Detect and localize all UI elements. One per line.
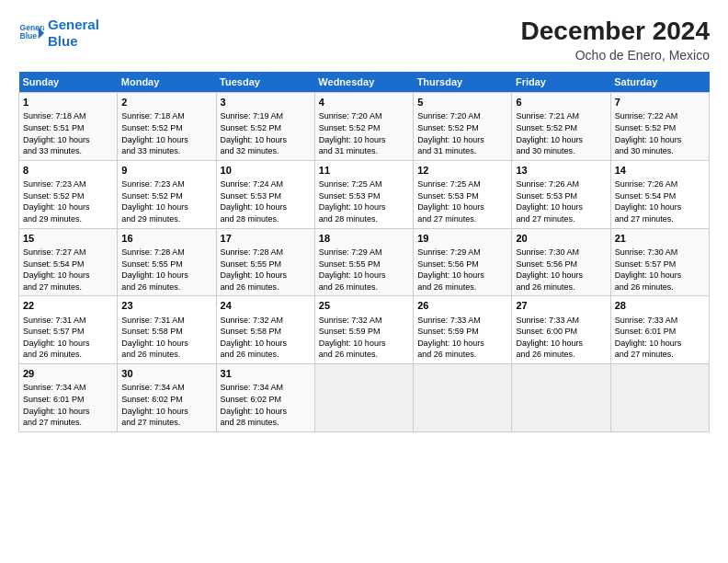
cell-line: Sunrise: 7:20 AM — [319, 110, 409, 122]
cell-line: Sunrise: 7:32 AM — [221, 315, 311, 327]
cell-line: Sunrise: 7:20 AM — [417, 110, 507, 122]
day-number: 7 — [615, 96, 705, 109]
cell-line: Sunrise: 7:26 AM — [516, 178, 606, 190]
col-header-monday: Monday — [118, 72, 216, 93]
cell-line: Daylight: 10 hours — [516, 134, 606, 146]
cell-line: Daylight: 10 hours — [221, 201, 311, 213]
day-number: 24 — [221, 299, 311, 313]
calendar-cell — [314, 364, 413, 432]
cell-line: Sunset: 6:02 PM — [221, 394, 311, 406]
day-number: 8 — [23, 164, 113, 178]
cell-line: and 27 minutes. — [417, 213, 507, 225]
day-number: 20 — [516, 232, 606, 246]
cell-line: and 30 minutes. — [615, 145, 705, 157]
cell-line: Sunrise: 7:29 AM — [319, 247, 409, 259]
cell-line: Sunset: 6:01 PM — [615, 326, 705, 338]
day-number: 2 — [121, 96, 211, 109]
day-number: 13 — [516, 164, 606, 178]
col-header-tuesday: Tuesday — [216, 72, 314, 93]
cell-line: Sunrise: 7:30 AM — [615, 247, 705, 259]
day-number: 21 — [615, 232, 705, 246]
cell-line: Daylight: 10 hours — [615, 270, 705, 282]
week-row-4: 22Sunrise: 7:31 AMSunset: 5:57 PMDayligh… — [19, 296, 710, 364]
cell-line: Daylight: 10 hours — [615, 338, 705, 350]
cell-line: and 27 minutes. — [121, 417, 211, 429]
cell-line: and 26 minutes. — [516, 282, 606, 293]
cell-line: and 26 minutes. — [319, 282, 409, 293]
cell-line: Daylight: 10 hours — [615, 134, 705, 146]
calendar-cell: 27Sunrise: 7:33 AMSunset: 6:00 PMDayligh… — [512, 296, 610, 364]
cell-line: Sunrise: 7:23 AM — [121, 178, 211, 190]
day-number: 29 — [23, 367, 113, 381]
day-number: 15 — [23, 232, 113, 246]
day-number: 5 — [417, 96, 507, 109]
day-number: 28 — [615, 299, 705, 313]
cell-line: Daylight: 10 hours — [121, 406, 211, 418]
cell-line: Daylight: 10 hours — [121, 134, 211, 146]
cell-line: and 26 minutes. — [121, 349, 211, 361]
cell-line: Sunset: 5:55 PM — [221, 259, 311, 270]
cell-line: Daylight: 10 hours — [417, 201, 507, 213]
cell-line: and 26 minutes. — [319, 349, 409, 361]
day-number: 12 — [417, 164, 507, 178]
calendar-cell: 11Sunrise: 7:25 AMSunset: 5:53 PMDayligh… — [314, 160, 413, 228]
cell-line: Sunset: 6:01 PM — [23, 394, 113, 406]
cell-line: and 26 minutes. — [23, 349, 113, 361]
logo-text: General Blue — [48, 17, 99, 50]
calendar-cell: 22Sunrise: 7:31 AMSunset: 5:57 PMDayligh… — [19, 296, 118, 364]
cell-line: Sunrise: 7:28 AM — [221, 247, 311, 259]
calendar-cell: 13Sunrise: 7:26 AMSunset: 5:53 PMDayligh… — [512, 160, 610, 228]
cell-line: and 31 minutes. — [319, 145, 409, 157]
calendar-cell: 8Sunrise: 7:23 AMSunset: 5:52 PMDaylight… — [19, 160, 118, 228]
calendar-cell: 10Sunrise: 7:24 AMSunset: 5:53 PMDayligh… — [216, 160, 314, 228]
day-number: 26 — [417, 299, 507, 313]
cell-line: Daylight: 10 hours — [417, 134, 507, 146]
calendar-cell: 19Sunrise: 7:29 AMSunset: 5:56 PMDayligh… — [414, 228, 512, 296]
day-number: 19 — [417, 232, 507, 246]
cell-line: Daylight: 10 hours — [516, 201, 606, 213]
calendar-cell: 16Sunrise: 7:28 AMSunset: 5:55 PMDayligh… — [118, 228, 216, 296]
cell-line: Daylight: 10 hours — [23, 201, 113, 213]
cell-line: and 26 minutes. — [516, 349, 606, 361]
cell-line: Sunrise: 7:22 AM — [615, 110, 705, 122]
cell-line: Daylight: 10 hours — [221, 406, 311, 418]
day-number: 3 — [221, 96, 311, 109]
calendar-cell: 17Sunrise: 7:28 AMSunset: 5:55 PMDayligh… — [216, 228, 314, 296]
cell-line: Daylight: 10 hours — [221, 338, 311, 350]
cell-line: Sunset: 6:00 PM — [516, 326, 606, 338]
cell-line: Sunrise: 7:29 AM — [417, 247, 507, 259]
cell-line: Sunrise: 7:33 AM — [615, 315, 705, 327]
cell-line: Daylight: 10 hours — [121, 270, 211, 282]
day-number: 23 — [121, 299, 211, 313]
cell-line: and 28 minutes. — [319, 213, 409, 225]
col-header-saturday: Saturday — [610, 72, 709, 93]
cell-line: and 26 minutes. — [221, 349, 311, 361]
cell-line: Sunset: 5:57 PM — [615, 259, 705, 270]
cell-line: Daylight: 10 hours — [319, 270, 409, 282]
page: General Blue General Blue December 2024 … — [0, 0, 728, 563]
cell-line: Daylight: 10 hours — [23, 270, 113, 282]
header-row: SundayMondayTuesdayWednesdayThursdayFrid… — [19, 72, 710, 93]
calendar-cell — [610, 364, 709, 432]
calendar-cell: 25Sunrise: 7:32 AMSunset: 5:59 PMDayligh… — [314, 296, 413, 364]
week-row-2: 8Sunrise: 7:23 AMSunset: 5:52 PMDaylight… — [19, 160, 710, 228]
calendar-table: SundayMondayTuesdayWednesdayThursdayFrid… — [18, 72, 710, 432]
cell-line: and 27 minutes. — [23, 417, 113, 429]
calendar-cell — [512, 364, 610, 432]
day-number: 14 — [615, 164, 705, 178]
cell-line: and 32 minutes. — [221, 145, 311, 157]
cell-line: Sunset: 5:52 PM — [121, 190, 211, 202]
logo-general: General — [48, 17, 99, 32]
cell-line: Sunset: 5:58 PM — [221, 326, 311, 338]
cell-line: Sunrise: 7:25 AM — [417, 178, 507, 190]
svg-text:Blue: Blue — [20, 31, 38, 40]
calendar-cell: 20Sunrise: 7:30 AMSunset: 5:56 PMDayligh… — [512, 228, 610, 296]
cell-line: Sunset: 5:59 PM — [417, 326, 507, 338]
logo: General Blue General Blue — [18, 17, 99, 50]
cell-line: Sunrise: 7:24 AM — [221, 178, 311, 190]
week-row-5: 29Sunrise: 7:34 AMSunset: 6:01 PMDayligh… — [19, 364, 710, 432]
day-number: 22 — [23, 299, 113, 313]
cell-line: Sunrise: 7:23 AM — [23, 178, 113, 190]
cell-line: Daylight: 10 hours — [23, 134, 113, 146]
day-number: 9 — [121, 164, 211, 178]
